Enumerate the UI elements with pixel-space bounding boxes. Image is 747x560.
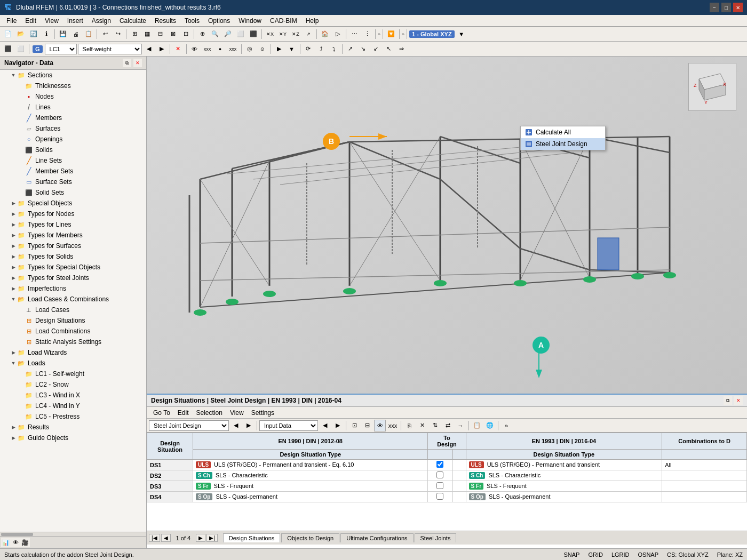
bottom-tb-btn1[interactable]: ⊡	[348, 420, 360, 431]
menubar-cadbim[interactable]: CAD-BIM	[266, 16, 301, 26]
tree-item-membersets[interactable]: ╱ Member Sets	[0, 166, 146, 177]
nav-close[interactable]: ✕	[133, 59, 142, 67]
tb-grid5[interactable]: ⊡	[180, 28, 192, 40]
bottom-menu-selection[interactable]: Selection	[193, 409, 226, 417]
tree-arrow-imperfections[interactable]: ▶	[10, 286, 17, 291]
data-type-select[interactable]: Input Data	[259, 420, 318, 431]
tree-item-typesformembers[interactable]: ▶ 📁 Types for Members	[0, 230, 146, 241]
tb-viewdown[interactable]: ▼	[456, 28, 467, 40]
tree-arrow-guideobjects[interactable]: ▶	[10, 435, 17, 441]
menubar-results[interactable]: Results	[150, 16, 180, 26]
ds2-checkbox[interactable]	[436, 471, 443, 478]
tb-zoom[interactable]: 🔍	[209, 28, 221, 40]
tree-item-typesforsteeljoints[interactable]: ▶ 📁 Types for Steel Joints	[0, 273, 146, 283]
nav-last[interactable]: ▶|	[206, 534, 218, 542]
tree-item-sections[interactable]: ▼ 📁 Sections	[0, 70, 146, 81]
td-ds1-check[interactable]	[428, 460, 452, 470]
tab-objects-to-design[interactable]: Objects to Design	[281, 533, 339, 542]
tab-steel-joints[interactable]: Steel Joints	[415, 533, 457, 542]
tree-item-staticanalysis[interactable]: ⊞ Static Analysis Settings	[0, 337, 146, 347]
tb-zoom3[interactable]: ⬜	[235, 28, 247, 40]
lc-number-select[interactable]: LC1 LC2 LC3 LC4 LC5	[45, 44, 77, 54]
tree-item-nodes[interactable]: ● Nodes	[0, 91, 146, 102]
bottom-table-container[interactable]: DesignSituation EN 1990 | DIN | 2012-08 …	[147, 433, 747, 531]
tree-item-typesforlines[interactable]: ▶ 📁 Types for Lines	[0, 219, 146, 230]
tb-zoom4[interactable]: ⬛	[248, 28, 259, 40]
tb-print2[interactable]: 📋	[83, 28, 94, 40]
tree-item-lines[interactable]: / Lines	[0, 102, 146, 113]
bottom-tb-web[interactable]: 🌐	[484, 420, 496, 431]
nav-next[interactable]: ▶	[196, 534, 205, 542]
tb-result1[interactable]: ↗	[345, 43, 356, 55]
tb-info[interactable]: ℹ	[41, 28, 52, 40]
bottom-tb-prev2[interactable]: ◀	[319, 420, 331, 431]
tree-item-loads[interactable]: ▼ 📂 Loads	[0, 358, 146, 369]
nav-restore[interactable]: ⧉	[123, 59, 131, 67]
tb-delete-lc[interactable]: ✕	[172, 43, 184, 55]
tree-item-typesfornodes[interactable]: ▶ 📁 Types for Nodes	[0, 209, 146, 219]
tb-save[interactable]: 💾	[57, 28, 69, 40]
menubar-file[interactable]: File	[2, 16, 21, 26]
calc-all-item[interactable]: Calculate All	[521, 126, 605, 138]
steel-joint-item[interactable]: Steel Joint Design	[521, 138, 605, 150]
bottom-tb-sort[interactable]: ⇅	[429, 420, 441, 431]
tree-item-lc3[interactable]: 📁 LC3 - Wind in X	[0, 390, 146, 401]
bottom-tb-prev[interactable]: ◀	[230, 420, 242, 431]
tb-nav1[interactable]: ⬛	[2, 43, 14, 55]
osnap-label[interactable]: OSNAP	[638, 551, 659, 558]
menubar-assign[interactable]: Assign	[88, 16, 115, 26]
tree-item-loadwizards[interactable]: ▶ 📁 Load Wizards	[0, 347, 146, 358]
tb-y[interactable]: ✕Y	[277, 28, 289, 40]
tree-item-guideobjects[interactable]: ▶ 📁 Guide Objects	[0, 433, 146, 443]
menubar-calculate[interactable]: Calculate	[115, 16, 150, 26]
lc-desc-select[interactable]: Self-weight Snow Wind in X Wind in Y Pre…	[78, 44, 142, 54]
bottom-tb-btn2[interactable]: ⊟	[361, 420, 373, 431]
bottom-tb-sort2[interactable]: ⇄	[442, 420, 454, 431]
bottom-tb-copy[interactable]: ⎘	[403, 420, 415, 431]
tree-item-loadcases[interactable]: ⊥ Load Cases	[0, 305, 146, 315]
tb-result2[interactable]: ↘	[357, 43, 369, 55]
tab-design-situations[interactable]: Design Situations	[223, 533, 281, 542]
maximize-button[interactable]: □	[721, 3, 731, 12]
tb-xxx[interactable]: xxx	[202, 43, 213, 55]
tb-zoom2[interactable]: 🔎	[222, 28, 234, 40]
tree-arrow-loadcasescombinations[interactable]: ▼	[10, 297, 17, 302]
td-ds3-check[interactable]	[428, 481, 452, 492]
tree-arrow-typesforsolids[interactable]: ▶	[10, 254, 17, 259]
tb-undo[interactable]: ↩	[99, 28, 111, 40]
tree-item-loadcombinations[interactable]: ⊞ Load Combinations	[0, 326, 146, 337]
bottom-tb-next2[interactable]: ▶	[332, 420, 344, 431]
nav-btn-data[interactable]: 📊	[1, 538, 11, 547]
tb-animate3[interactable]: ⤵	[328, 43, 340, 55]
td-ds4-check[interactable]	[428, 492, 452, 502]
menubar-help[interactable]: Help	[301, 16, 323, 26]
tree-item-designsituations[interactable]: ⊞ Design Situations	[0, 315, 146, 326]
bottom-tb-export[interactable]: 📋	[471, 420, 483, 431]
menubar-tools[interactable]: Tools	[180, 16, 204, 26]
nav-btn-display[interactable]: 👁	[11, 538, 20, 547]
tab-ultimate-configurations[interactable]: Ultimate Configurations	[340, 533, 413, 542]
menubar-options[interactable]: Options	[204, 16, 234, 26]
tree-item-openings[interactable]: ○ Openings	[0, 134, 146, 145]
tree-arrow-typesformembers[interactable]: ▶	[10, 233, 17, 238]
tb-redo[interactable]: ↪	[112, 28, 124, 40]
tree-item-specialobjects[interactable]: ▶ 📁 Special Objects	[0, 198, 146, 209]
tb-print[interactable]: 🖨	[70, 28, 82, 40]
menubar-edit[interactable]: Edit	[21, 16, 41, 26]
bottom-menu-view[interactable]: View	[227, 409, 247, 417]
tb-nav2[interactable]: ⬜	[15, 43, 27, 55]
tree-item-solids[interactable]: ⬛ Solids	[0, 145, 146, 155]
tree-item-lc4[interactable]: 📁 LC4 - Wind in Y	[0, 401, 146, 411]
tree-arrow-loads[interactable]: ▼	[10, 361, 17, 366]
tree-arrow-sections[interactable]: ▼	[10, 73, 17, 78]
tb-display[interactable]: ◎	[244, 43, 256, 55]
tree-item-thicknesses[interactable]: 📁 Thicknesses	[0, 81, 146, 91]
tb-calc1[interactable]: ▶	[273, 43, 285, 55]
nav-first[interactable]: |◀	[149, 534, 160, 542]
tb-result5[interactable]: ⇒	[396, 43, 408, 55]
menubar-insert[interactable]: Insert	[63, 16, 88, 26]
tree-item-lc5[interactable]: 📁 LC5 - Prestress	[0, 411, 146, 422]
tb-new[interactable]: 📄	[2, 28, 14, 40]
minimize-button[interactable]: −	[710, 3, 719, 12]
tree-item-loadcasescombinations[interactable]: ▼ 📂 Load Cases & Combinations	[0, 294, 146, 305]
